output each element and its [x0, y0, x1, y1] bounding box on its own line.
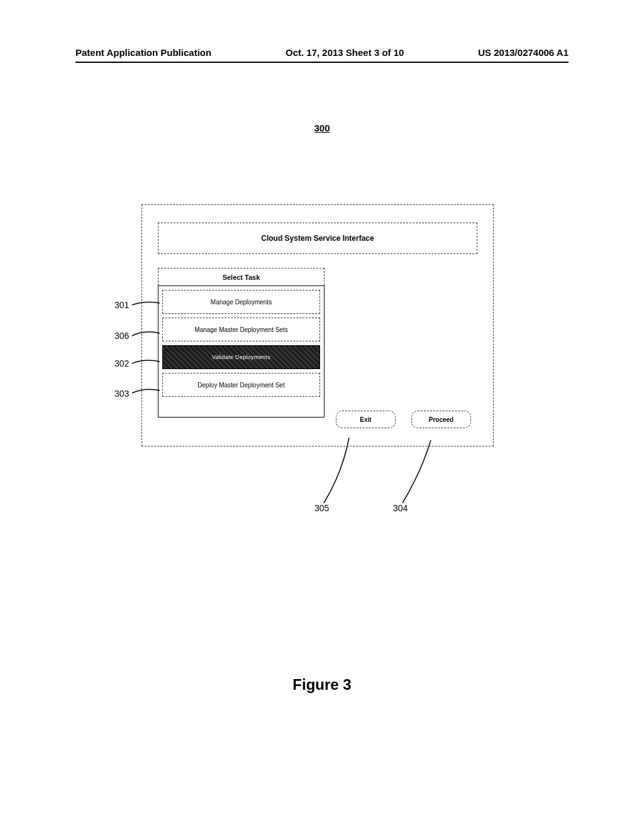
task-item-manage-deployments[interactable]: Manage Deployments — [162, 290, 320, 314]
header-right: US 2013/0274006 A1 — [478, 47, 569, 58]
task-list: Manage Deployments Manage Master Deploym… — [158, 285, 325, 418]
task-panel: Select Task Manage Deployments Manage Ma… — [158, 268, 325, 418]
exit-button[interactable]: Exit — [336, 411, 396, 428]
callout-301: 301 — [114, 300, 129, 310]
figure-ref-main: 300 — [314, 123, 330, 133]
callout-304: 304 — [393, 503, 408, 513]
task-item-deploy-master-set[interactable]: Deploy Master Deployment Set — [162, 373, 320, 397]
callout-303: 303 — [114, 389, 129, 399]
header-left: Patent Application Publication — [75, 47, 211, 58]
page-header: Patent Application Publication Oct. 17, … — [75, 47, 569, 63]
proceed-button[interactable]: Proceed — [411, 411, 471, 428]
panel-header: Select Task — [158, 268, 325, 285]
callout-306: 306 — [114, 331, 129, 341]
task-item-validate-deployments[interactable]: Validate Deployments — [162, 345, 320, 369]
dialog-title: Cloud System Service Interface — [158, 223, 477, 254]
header-center: Oct. 17, 2013 Sheet 3 of 10 — [286, 47, 404, 58]
callout-305: 305 — [314, 503, 329, 513]
dialog-window: Cloud System Service Interface Select Ta… — [142, 204, 494, 446]
figure-caption: Figure 3 — [292, 676, 351, 694]
task-item-manage-master-sets[interactable]: Manage Master Deployment Sets — [162, 318, 320, 341]
callout-302: 302 — [114, 358, 129, 368]
